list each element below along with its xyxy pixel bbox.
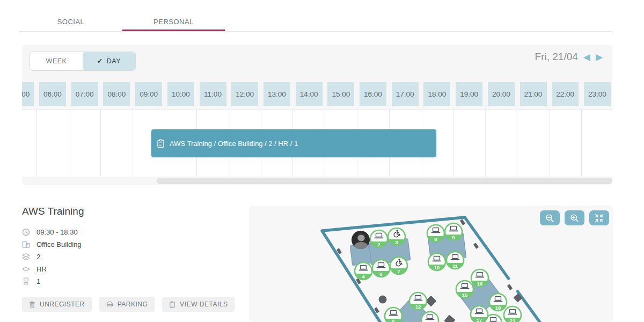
detail-floor-row: 2 xyxy=(22,251,82,263)
day-toggle-label: DAY xyxy=(107,57,121,65)
fit-view-icon xyxy=(595,214,604,223)
hour-cell: 14:00 xyxy=(296,82,323,106)
desk-3[interactable]: 3 xyxy=(388,228,405,245)
desk-number: 2 xyxy=(377,241,380,247)
desk-number: 21 xyxy=(510,318,516,322)
clipboard-icon xyxy=(157,139,165,148)
desk-18[interactable]: 18 xyxy=(489,294,507,311)
desk-10[interactable]: 10 xyxy=(428,253,445,270)
detail-building: Office Building xyxy=(36,240,82,248)
desk-2[interactable]: 2 xyxy=(370,230,387,247)
desk-8[interactable]: 8 xyxy=(427,225,444,242)
view-toggle: WEEK ✓DAY xyxy=(30,52,136,71)
hour-cell: 20:00 xyxy=(488,82,515,106)
desk-14[interactable]: 14 xyxy=(421,312,438,322)
hour-cell: 16:00 xyxy=(360,82,386,106)
date-label: Fri, 21/04 xyxy=(535,51,578,63)
layers-icon xyxy=(22,253,30,261)
hour-cell: 15:00 xyxy=(327,82,354,106)
trash-icon xyxy=(29,301,35,308)
desk-7[interactable]: 7 xyxy=(390,257,407,274)
map-controls xyxy=(540,210,609,225)
calendar-panel: WEEK ✓DAY Fri, 21/04 ◀ ▶ 05:0006:0007:00… xyxy=(22,45,612,185)
desk-11[interactable]: 11 xyxy=(447,252,464,269)
hour-cell: 09:00 xyxy=(135,82,162,106)
detail-desk: 1 xyxy=(36,277,40,286)
detail-building-row: Office Building xyxy=(22,238,82,251)
desk-number: 6 xyxy=(379,271,382,277)
desk-16[interactable]: 16 xyxy=(471,269,488,287)
obstacle xyxy=(444,314,455,322)
view-details-label: VIEW DETAILS xyxy=(180,301,228,308)
grid-line xyxy=(36,109,37,177)
tabs-divider xyxy=(19,31,612,32)
desk-number: 11 xyxy=(452,263,458,269)
desk-5[interactable]: 5 xyxy=(385,308,402,322)
floor-map-panel: 32764981110161512514211817 xyxy=(249,206,613,322)
desk-17[interactable]: 17 xyxy=(471,306,488,322)
week-toggle-button[interactable]: WEEK xyxy=(30,52,83,70)
desk-21[interactable]: 21 xyxy=(504,306,521,322)
grid-line xyxy=(581,109,582,177)
hour-cell: 11:00 xyxy=(200,82,226,106)
clipboard-icon xyxy=(169,301,175,308)
detail-time-row: 09:30 - 18:30 xyxy=(22,226,82,238)
desk-4[interactable]: 4 xyxy=(355,262,372,280)
view-details-button[interactable]: VIEW DETAILS xyxy=(162,297,235,312)
event-details-list: 09:30 - 18:30 Office Building 2 HR 1 xyxy=(22,226,82,288)
pillar xyxy=(379,296,387,304)
laptop-icon xyxy=(489,318,497,322)
hour-cell: 08:00 xyxy=(103,82,130,106)
zoom-out-icon xyxy=(545,214,554,223)
hour-cell: 22:00 xyxy=(552,82,579,106)
parking-button[interactable]: PARKING xyxy=(99,297,155,312)
desk-number: 15 xyxy=(462,292,468,298)
door-mark xyxy=(460,219,465,225)
grid-line xyxy=(485,109,486,177)
desk-number: 10 xyxy=(434,265,440,270)
detail-floor: 2 xyxy=(36,253,40,261)
desk-9[interactable]: 9 xyxy=(445,223,462,240)
desk-6[interactable]: 6 xyxy=(372,260,390,277)
hour-cell: 06:00 xyxy=(39,82,66,106)
desk-number: 18 xyxy=(495,305,501,311)
hour-cell: 21:00 xyxy=(520,82,547,106)
desk-number: 17 xyxy=(477,317,482,322)
day-toggle-button[interactable]: ✓DAY xyxy=(83,52,135,70)
next-day-arrow[interactable]: ▶ xyxy=(596,53,603,62)
map-zoom-out-button[interactable] xyxy=(540,210,560,225)
hours-header-row: 05:0006:0007:0008:0009:0010:0011:0012:00… xyxy=(22,82,612,106)
desk-number: 16 xyxy=(477,281,483,287)
grid-line xyxy=(453,109,453,177)
horizontal-scrollbar-thumb[interactable] xyxy=(157,178,612,184)
map-zoom-in-button[interactable] xyxy=(565,210,584,225)
prev-day-arrow[interactable]: ◀ xyxy=(583,53,590,62)
door-mark xyxy=(507,284,513,290)
hour-cell: 10:00 xyxy=(167,82,194,106)
event-details-title: AWS Training xyxy=(22,206,84,217)
unregister-button[interactable]: UNREGISTER xyxy=(22,297,92,312)
clock-icon xyxy=(22,228,30,236)
desk-15[interactable]: 15 xyxy=(456,281,473,298)
desk-12[interactable]: 12 xyxy=(409,292,427,310)
desk-number: 12 xyxy=(415,304,421,310)
car-icon xyxy=(106,301,113,308)
desk-icon xyxy=(22,277,30,286)
check-icon: ✓ xyxy=(97,57,103,65)
hour-cell: 18:00 xyxy=(423,82,450,106)
door-mark xyxy=(473,243,479,248)
desk-number: 4 xyxy=(362,274,365,280)
desk-number: 8 xyxy=(434,236,437,242)
tab-personal[interactable]: PERSONAL xyxy=(122,18,225,30)
hour-cell: 23:00 xyxy=(584,82,611,106)
hour-cell: 13:00 xyxy=(264,82,290,106)
diamond-icon xyxy=(22,265,30,273)
desk-number: 7 xyxy=(397,268,400,274)
building-icon xyxy=(22,240,30,248)
grid-line xyxy=(100,109,101,177)
calendar-event-aws-training[interactable]: AWS Training / Office Building / 2 / HR … xyxy=(151,129,436,157)
tab-social[interactable]: SOCIAL xyxy=(19,18,122,30)
hour-cell: 17:00 xyxy=(392,82,419,106)
map-fit-view-button[interactable] xyxy=(589,210,609,225)
parking-label: PARKING xyxy=(118,301,148,308)
